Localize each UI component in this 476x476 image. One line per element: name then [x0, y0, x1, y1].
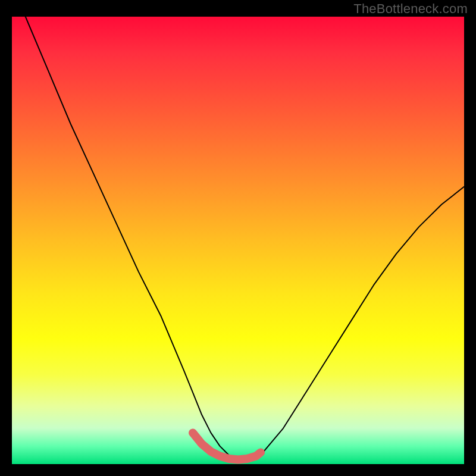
bottleneck-curve	[26, 17, 464, 461]
chart-container: TheBottleneck.com	[0, 0, 476, 476]
optimal-band	[193, 433, 261, 459]
chart-svg	[12, 17, 464, 464]
watermark-text: TheBottleneck.com	[353, 1, 468, 17]
plot-area	[12, 17, 464, 464]
